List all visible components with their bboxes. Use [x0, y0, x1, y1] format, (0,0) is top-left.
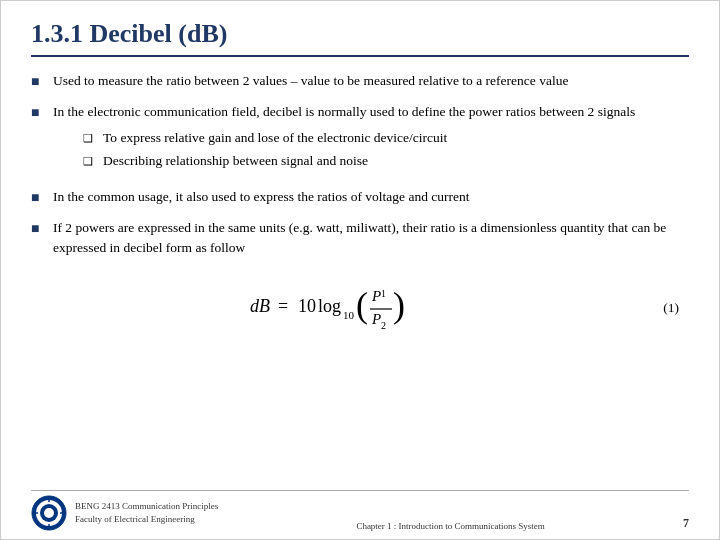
svg-text:(: (	[356, 285, 368, 325]
svg-text:): )	[393, 285, 405, 325]
bullet-item-1: ■ Used to measure the ratio between 2 va…	[31, 71, 689, 92]
svg-text:2: 2	[381, 320, 386, 331]
sub-bullet-text-2: Describing relationship between signal a…	[103, 151, 689, 171]
footer: BENG 2413 Communication Principles Facul…	[31, 490, 689, 531]
svg-text:log: log	[318, 296, 341, 316]
footer-left: BENG 2413 Communication Principles Facul…	[31, 495, 218, 531]
formula-number: (1)	[663, 298, 679, 318]
svg-text:dB: dB	[250, 296, 270, 316]
bullet-item-3: ■ In the common usage, it also used to e…	[31, 187, 689, 208]
bullet-marker-2: ■	[31, 103, 53, 123]
bullet-marker-1: ■	[31, 72, 53, 92]
svg-text:10: 10	[298, 296, 316, 316]
svg-text:10: 10	[343, 309, 355, 321]
svg-text:=: =	[278, 296, 288, 316]
content-area: ■ Used to measure the ratio between 2 va…	[31, 71, 689, 341]
footer-faculty: Faculty of Electrical Engineering	[75, 513, 218, 526]
svg-point-15	[44, 508, 54, 518]
sub-bullet-text-1: To express relative gain and lose of the…	[103, 128, 689, 148]
slide: 1.3.1 Decibel (dB) ■ Used to measure the…	[0, 0, 720, 540]
bullet-item-2: ■ In the electronic communication field,…	[31, 102, 689, 177]
bullet-marker-4: ■	[31, 219, 53, 239]
sub-bullet-marker-2: ❑	[83, 154, 103, 170]
footer-chapter: Chapter 1 : Introduction to Communicatio…	[218, 521, 683, 531]
university-logo	[31, 495, 67, 531]
sub-bullets-container: ❑ To express relative gain and lose of t…	[83, 128, 689, 171]
formula-svg: dB = 10 log 10 ( P 1 P 2 )	[250, 277, 470, 337]
svg-text:1: 1	[381, 288, 386, 299]
svg-text:P: P	[371, 288, 381, 304]
bullet-item-4: ■ If 2 powers are expressed in the same …	[31, 218, 689, 257]
bullet-text-4: If 2 powers are expressed in the same un…	[53, 218, 689, 257]
bullet-marker-3: ■	[31, 188, 53, 208]
bullet-text-2: In the electronic communication field, d…	[53, 102, 689, 177]
bullet-text-1: Used to measure the ratio between 2 valu…	[53, 71, 689, 91]
slide-title: 1.3.1 Decibel (dB)	[31, 19, 689, 57]
formula-section: dB = 10 log 10 ( P 1 P 2 )	[31, 267, 689, 341]
footer-text-block: BENG 2413 Communication Principles Facul…	[75, 500, 218, 525]
footer-page: 7	[683, 516, 689, 531]
sub-bullet-1: ❑ To express relative gain and lose of t…	[83, 128, 689, 148]
sub-bullet-marker-1: ❑	[83, 131, 103, 147]
sub-bullet-2: ❑ Describing relationship between signal…	[83, 151, 689, 171]
svg-text:P: P	[371, 311, 381, 327]
bullet-text-3: In the common usage, it also used to exp…	[53, 187, 689, 207]
footer-course: BENG 2413 Communication Principles	[75, 500, 218, 513]
